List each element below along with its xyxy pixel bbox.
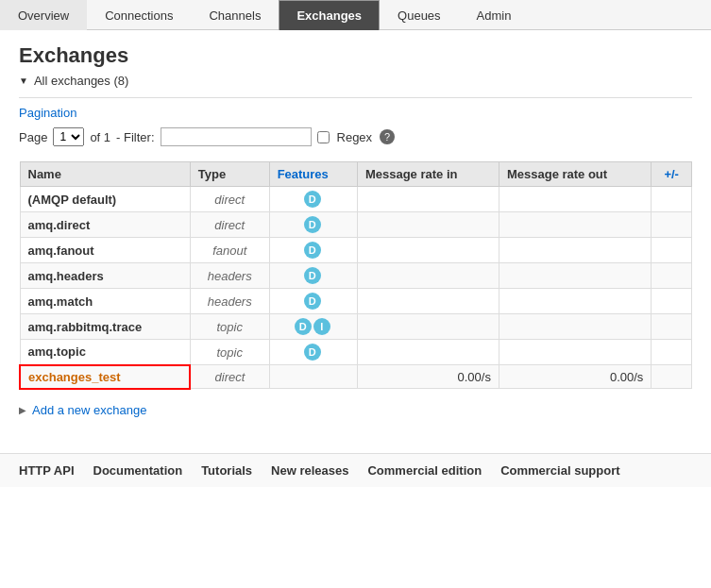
col-header-type: Type [190,162,269,187]
nav-item-queues[interactable]: Queues [380,0,459,30]
plus-minus-cell [652,263,692,289]
footer-link-commercial-support[interactable]: Commercial support [500,463,619,478]
table-row: amq.fanoutfanoutD [20,238,692,263]
plus-minus-cell [652,238,692,263]
rate-out-cell [499,187,651,212]
plus-minus-cell [652,340,692,365]
rate-out-cell [499,263,651,289]
exchange-name-cell: amq.topic [20,340,190,365]
rate-out-cell [499,289,651,314]
rate-in-cell [357,340,499,365]
footer-link-documentation[interactable]: Documentation [93,463,183,478]
feature-badge: D [304,191,321,208]
table-row: amq.matchheadersD [20,289,692,314]
table-row: amq.rabbitmq.tracetopicDI [20,314,692,340]
top-nav: OverviewConnectionsChannelsExchangesQueu… [0,0,711,30]
pagination-row: Page 1 of 1 - Filter: Regex ? [19,127,692,146]
exchange-type-cell: headers [190,263,269,289]
footer-link-commercial-edition[interactable]: Commercial edition [367,463,482,478]
exchange-type-cell: fanout [190,238,269,263]
exchange-features-cell: D [269,212,357,238]
footer-link-new-releases[interactable]: New releases [271,463,348,478]
add-exchange-label: Add a new exchange [32,403,146,417]
col-header-features: Features [269,162,357,187]
exchange-name-cell: amq.headers [20,263,190,289]
rate-in-cell [357,238,499,263]
plus-minus-cell [652,314,692,340]
exchange-name-cell: amq.direct [20,212,190,238]
table-row: exchanges_testdirect0.00/s0.00/s [20,365,692,389]
filter-input[interactable] [161,127,312,146]
nav-item-channels[interactable]: Channels [191,0,279,30]
rate-out-cell [499,314,651,340]
exchange-type-cell: topic [190,340,269,365]
rate-out-cell [499,238,651,263]
feature-badge: D [304,344,321,361]
rate-in-cell [357,263,499,289]
exchange-name-cell: (AMQP default) [20,187,190,212]
exchange-name-cell[interactable]: exchanges_test [20,365,190,389]
plus-minus-cell [652,187,692,212]
exchange-features-cell: D [269,238,357,263]
feature-badge: D [304,216,321,233]
col-header-message-rate-in: Message rate in [357,162,499,187]
filter-label: - Filter: [116,130,154,144]
page-select[interactable]: 1 [53,127,84,146]
section-toggle[interactable]: ▼ All exchanges (8) [19,74,692,88]
exchange-name-cell: amq.fanout [20,238,190,263]
page-label: Page [19,130,47,144]
exchange-link[interactable]: exchanges_test [28,370,121,384]
nav-item-exchanges[interactable]: Exchanges [279,0,380,30]
plus-minus-cell [652,365,692,389]
of-label: of 1 [90,130,110,144]
add-exchange-arrow-icon: ▶ [19,405,26,415]
nav-item-overview[interactable]: Overview [0,0,87,30]
regex-label: Regex [337,130,373,144]
section-label: All exchanges (8) [34,74,128,88]
exchange-type-cell: direct [190,212,269,238]
table-row: (AMQP default)directD [20,187,692,212]
regex-checkbox[interactable] [317,131,330,143]
exchanges-table: NameTypeFeaturesMessage rate inMessage r… [19,161,692,390]
exchange-features-cell: D [269,263,357,289]
table-row: amq.headersheadersD [20,263,692,289]
table-row: amq.topictopicD [20,340,692,365]
col-header-name: Name [20,162,190,187]
help-icon[interactable]: ? [380,129,395,144]
exchange-features-cell: DI [269,314,357,340]
col-header-+/-: +/- [652,162,692,187]
table-row: amq.directdirectD [20,212,692,238]
rate-out-cell [499,212,651,238]
rate-in-cell [357,187,499,212]
rate-out-cell: 0.00/s [499,365,651,389]
rate-in-cell [357,314,499,340]
exchange-name-cell: amq.match [20,289,190,314]
exchange-features-cell [269,365,357,389]
exchange-type-cell: topic [190,314,269,340]
feature-badge: I [313,318,330,335]
nav-item-connections[interactable]: Connections [87,0,191,30]
footer: HTTP APIDocumentationTutorialsNew releas… [0,453,711,487]
exchange-type-cell: direct [190,187,269,212]
exchange-type-cell: headers [190,289,269,314]
exchange-type-cell: direct [190,365,269,389]
footer-link-tutorials[interactable]: Tutorials [201,463,252,478]
plus-minus-cell [652,212,692,238]
footer-link-http-api[interactable]: HTTP API [19,463,75,478]
exchange-features-cell: D [269,340,357,365]
rate-in-cell [357,212,499,238]
exchange-features-cell: D [269,187,357,212]
exchange-name-cell: amq.rabbitmq.trace [20,314,190,340]
add-exchange[interactable]: ▶ Add a new exchange [19,399,692,421]
divider [19,97,692,98]
plus-minus-cell [652,289,692,314]
nav-item-admin[interactable]: Admin [459,0,530,30]
page-title: Exchanges [19,43,692,68]
rate-in-cell [357,289,499,314]
feature-badge: D [304,267,321,284]
toggle-arrow-icon: ▼ [19,76,28,86]
feature-badge: D [295,318,312,335]
col-header-message-rate-out: Message rate out [499,162,651,187]
feature-badge: D [304,293,321,310]
rate-in-cell: 0.00/s [357,365,499,389]
